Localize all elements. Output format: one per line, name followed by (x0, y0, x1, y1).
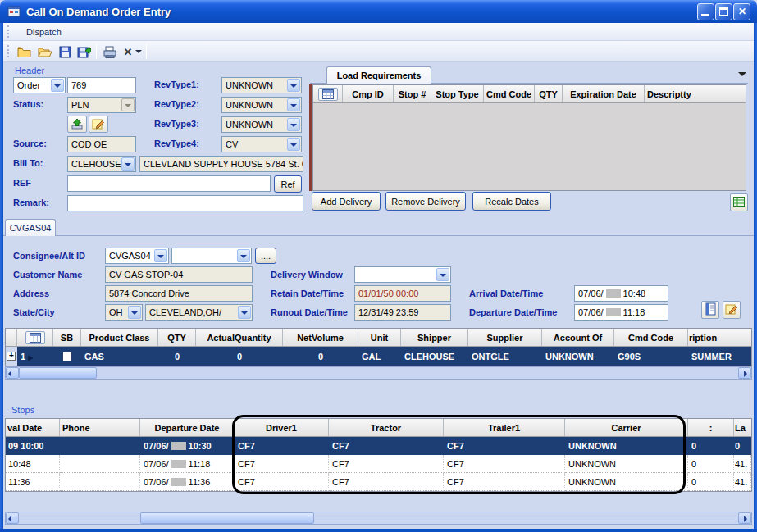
revtype3-combo[interactable]: UNKNOWN (221, 116, 302, 133)
products-row[interactable]: 1 GAS 0 0 0 GAL CLEHOUSE ONTGLE UNKNOWN … (6, 347, 751, 366)
grid-selector-icon[interactable] (318, 88, 338, 101)
chevron-down-icon[interactable] (287, 79, 300, 92)
ref-button[interactable]: Ref (274, 175, 302, 193)
col-stop-type[interactable]: Stop Type (431, 85, 484, 102)
chevron-down-icon[interactable] (287, 138, 300, 151)
chevron-down-icon[interactable] (51, 79, 64, 92)
col-unit[interactable]: Unit (358, 329, 401, 346)
notes-button[interactable] (89, 116, 108, 133)
col-phone[interactable]: Phone (60, 419, 140, 436)
save-export-icon[interactable] (74, 43, 93, 61)
chevron-down-icon[interactable] (238, 306, 251, 319)
stop-report-button[interactable] (701, 301, 719, 319)
col-qty[interactable]: QTY (535, 85, 563, 102)
product-class-cell: GAS (81, 347, 158, 366)
col-trailer1[interactable]: Trailer1 (444, 419, 565, 436)
grid-selector-icon[interactable] (25, 331, 45, 344)
col-description[interactable]: ription (688, 329, 751, 346)
remark-input[interactable] (67, 195, 303, 211)
col-stop-num[interactable]: Stop # (394, 85, 431, 102)
revtype2-combo[interactable]: UNKNOWN (221, 97, 302, 113)
panel-options-chevron-icon[interactable] (738, 72, 746, 80)
revtype1-combo[interactable]: UNKNOWN (221, 77, 302, 93)
col-lat[interactable]: La (734, 419, 751, 436)
grid-selector-cell[interactable] (17, 329, 53, 346)
col-description[interactable]: Descriptty (645, 85, 746, 102)
new-icon[interactable] (14, 43, 34, 61)
sb-checkbox[interactable] (62, 352, 72, 361)
stops-grid-header: val Date Phone Departure Date Driver1 Tr… (6, 419, 751, 437)
col-expiration-date[interactable]: Expiration Date (563, 85, 645, 102)
col-shipper[interactable]: Shipper (401, 329, 468, 346)
scrollbar-thumb[interactable] (19, 367, 97, 379)
delivery-window-combo[interactable] (354, 266, 451, 283)
chevron-down-icon[interactable] (121, 157, 135, 171)
scroll-right-arrow[interactable] (738, 367, 751, 379)
chevron-down-icon[interactable] (287, 118, 300, 131)
ellipsis-button[interactable]: .... (255, 248, 276, 264)
col-driver1[interactable]: Driver1 (235, 419, 329, 436)
stops-row[interactable]: 10:48 07/06/11:18 CF7 CF7 CF7 UNKNOWN 0 … (6, 455, 751, 473)
maximize-button[interactable] (715, 3, 732, 20)
col-cmd-code[interactable]: Cmd Code (484, 85, 535, 102)
ref-input[interactable] (67, 175, 271, 192)
menu-dispatch[interactable]: Dispatch (21, 26, 66, 38)
stops-row[interactable]: 11:36 07/06/11:36 CF7 CF7 CF7 UNKNOWN 0 … (6, 473, 751, 491)
col-departure-date[interactable]: Departure Date (140, 419, 235, 436)
scroll-left-arrow[interactable] (6, 367, 19, 379)
add-delivery-button[interactable]: Add Delivery (312, 192, 381, 211)
order-number-input[interactable]: 769 (67, 77, 136, 93)
recalc-dates-button[interactable]: Recalc Dates (472, 192, 551, 211)
release-button[interactable] (67, 116, 87, 133)
chevron-down-icon[interactable] (154, 249, 167, 262)
col-net-volume[interactable]: NetVolume (283, 329, 358, 346)
departure-field[interactable]: 07/06/11:18 (574, 304, 668, 321)
grid-selector-cell[interactable] (313, 85, 343, 102)
scroll-right-arrow[interactable] (738, 512, 751, 524)
consignee-combo[interactable]: CVGAS04 (105, 248, 169, 264)
col-tractor[interactable]: Tractor (329, 419, 444, 436)
close-button[interactable] (733, 3, 750, 20)
chevron-down-icon[interactable] (128, 306, 141, 319)
products-scrollbar[interactable] (5, 366, 752, 380)
remove-delivery-button[interactable]: Remove Delivery (385, 192, 466, 211)
status-combo: PLN (67, 97, 136, 113)
open-icon[interactable] (35, 43, 55, 61)
revtype4-combo[interactable]: CV (221, 136, 302, 152)
grid-view-button[interactable] (730, 193, 748, 211)
expand-icon[interactable] (7, 352, 16, 361)
departure-cell: 07/06/10:30 (140, 437, 235, 455)
col-arrival-date[interactable]: val Date (6, 419, 60, 436)
col-cmp-id[interactable]: Cmp ID (343, 85, 394, 102)
alt-id-combo[interactable] (171, 248, 252, 264)
col-actual-quantity[interactable]: ActualQuantity (196, 329, 283, 346)
save-icon[interactable] (55, 43, 75, 61)
stops-row[interactable]: 09 10:00 07/06/10:30 CF7 CF7 CF7 UNKNOWN… (6, 437, 751, 455)
col-qty[interactable]: QTY (158, 329, 196, 346)
col-carrier[interactable]: Carrier (565, 419, 688, 436)
report-icon[interactable] (100, 43, 120, 61)
more-dropdown-icon[interactable] (133, 43, 144, 61)
col-sb[interactable]: SB (53, 329, 81, 346)
order-type-combo[interactable]: Order (13, 77, 66, 93)
stops-scrollbar[interactable] (5, 512, 752, 525)
minimize-button[interactable] (697, 3, 714, 20)
col-cmd-code[interactable]: Cmd Code (614, 329, 688, 346)
col-misc[interactable]: : (688, 419, 734, 436)
scroll-left-arrow[interactable] (6, 512, 19, 524)
state-combo[interactable]: OH (105, 304, 143, 321)
chevron-down-icon[interactable] (436, 268, 449, 281)
chevron-down-icon[interactable] (237, 249, 250, 262)
arrival-field[interactable]: 07/06/10:48 (574, 285, 668, 302)
stop-edit-button[interactable] (723, 301, 741, 319)
chevron-down-icon[interactable] (287, 98, 300, 111)
col-supplier[interactable]: Supplier (468, 329, 542, 346)
account-of-cell: UNKNOWN (542, 347, 614, 366)
billto-combo[interactable]: CLEHOUSE (67, 156, 136, 172)
scrollbar-thumb[interactable] (140, 512, 314, 524)
col-account-of[interactable]: Account Of (542, 329, 614, 346)
col-product-class[interactable]: Product Class (81, 329, 158, 346)
tab-cvgas04[interactable]: CVGAS04 (5, 219, 56, 236)
city-combo[interactable]: CLEVELAND,OH/ (145, 304, 253, 321)
tab-load-requirements[interactable]: Load Requirements (326, 66, 431, 84)
